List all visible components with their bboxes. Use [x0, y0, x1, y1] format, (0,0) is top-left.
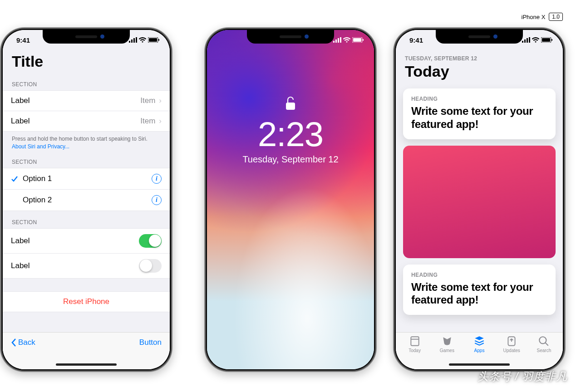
svg-point-18 [540, 337, 547, 343]
lock-date: Tuesday, September 12 [207, 154, 374, 165]
row-label: Label [11, 96, 30, 105]
battery-icon [148, 37, 160, 43]
reset-button[interactable]: Reset iPhone [3, 291, 170, 312]
card-text: Write some text for your featured app! [411, 281, 547, 307]
games-icon [441, 335, 453, 347]
toolbar-action-button[interactable]: Button [139, 338, 162, 347]
svg-rect-9 [524, 39, 526, 43]
toggle-switch-on[interactable] [139, 234, 162, 248]
svg-rect-10 [527, 38, 528, 43]
tab-label: Updates [503, 348, 520, 353]
svg-rect-14 [551, 39, 552, 41]
tab-search[interactable]: Search [528, 335, 560, 360]
device-name: iPhone X [522, 14, 546, 20]
svg-rect-3 [340, 37, 341, 43]
section-header-1: SECTION [3, 73, 170, 90]
info-icon[interactable]: i [152, 195, 162, 205]
today-icon [409, 335, 421, 347]
row-value: Item [140, 96, 155, 105]
notch [436, 30, 523, 44]
svg-rect-22 [133, 38, 135, 43]
svg-rect-23 [136, 37, 137, 43]
option-label: Option 1 [23, 174, 52, 183]
list-row[interactable]: Label Item › [3, 90, 170, 111]
chevron-left-icon [11, 338, 16, 347]
status-time: 9:41 [409, 36, 423, 44]
version-badge: 1.0 [549, 13, 563, 21]
svg-rect-21 [131, 39, 133, 43]
section-header-2: SECTION [3, 151, 170, 168]
home-indicator[interactable] [56, 363, 117, 366]
status-time: 9:41 [16, 36, 30, 44]
switch-row-2[interactable]: Label [3, 254, 170, 279]
battery-icon [352, 37, 364, 43]
wifi-icon [139, 37, 146, 43]
chevron-right-icon: › [159, 96, 162, 105]
svg-rect-20 [129, 41, 130, 43]
wifi-icon [343, 37, 350, 43]
svg-rect-5 [353, 38, 361, 42]
svg-rect-25 [149, 38, 157, 42]
row-label: Label [11, 261, 30, 270]
wifi-icon [532, 37, 539, 43]
tab-updates[interactable]: Updates [496, 335, 528, 360]
watermark-text: 头条号 / 羽度非凡 [478, 369, 567, 384]
search-icon [538, 335, 550, 347]
tab-label: Games [440, 348, 454, 353]
svg-line-19 [546, 343, 549, 346]
section-footer: Press and hold the home button to start … [3, 132, 170, 151]
card-text: Write some text for your featured app! [411, 105, 547, 131]
svg-rect-1 [335, 39, 337, 43]
switch-row-1[interactable]: Label [3, 228, 170, 254]
notch [43, 30, 130, 44]
today-date: TUESDAY, SEPTEMBER 12 [405, 55, 554, 62]
tab-games[interactable]: Games [431, 335, 463, 360]
apps-icon [473, 335, 485, 347]
tab-apps[interactable]: Apps [463, 335, 495, 360]
svg-rect-2 [338, 38, 339, 43]
phone-today-screen: 9:41 TUESDAY, SEPTEMBER 12 Today HEADING… [393, 27, 566, 372]
today-title: Today [405, 63, 554, 80]
featured-image[interactable] [403, 146, 556, 258]
tab-label: Search [537, 348, 551, 353]
home-indicator[interactable] [449, 363, 510, 366]
option-row-2[interactable]: Option 2 i [3, 190, 170, 211]
svg-rect-11 [529, 37, 530, 43]
chevron-right-icon: › [159, 117, 162, 126]
svg-rect-13 [542, 38, 550, 42]
toggle-switch-off[interactable] [139, 259, 162, 273]
card-heading: HEADING [411, 272, 547, 278]
back-button[interactable]: Back [11, 338, 35, 347]
updates-icon [506, 335, 517, 347]
device-version-tag: iPhone X 1.0 [522, 13, 563, 21]
row-value: Item [140, 117, 155, 126]
option-label: Option 2 [23, 196, 52, 205]
svg-rect-8 [522, 41, 523, 43]
featured-card-2[interactable]: HEADING Write some text for your feature… [403, 265, 556, 315]
siri-privacy-link[interactable]: About Siri and Privacy... [12, 143, 69, 150]
phone-lock-screen: 2:23 Tuesday, September 12 [204, 27, 377, 372]
lock-time: 2:23 [207, 117, 374, 152]
signal-icon [522, 37, 530, 43]
featured-card-1[interactable]: HEADING Write some text for your feature… [403, 88, 556, 139]
checkmark-icon [11, 175, 23, 182]
lock-wallpaper [207, 30, 374, 369]
section-header-3: SECTION [3, 211, 170, 228]
tab-label: Apps [474, 348, 485, 353]
list-row[interactable]: Label Item › [3, 111, 170, 132]
tab-label: Today [409, 348, 421, 353]
signal-icon [333, 37, 341, 43]
svg-rect-15 [411, 337, 419, 346]
info-icon[interactable]: i [152, 174, 162, 184]
unlock-icon [207, 96, 374, 111]
svg-rect-0 [333, 41, 335, 43]
option-row-1[interactable]: Option 1 i [3, 168, 170, 190]
tab-today[interactable]: Today [399, 335, 431, 360]
svg-rect-26 [158, 39, 159, 41]
svg-rect-6 [363, 39, 364, 41]
signal-icon [129, 37, 137, 43]
svg-rect-7 [286, 103, 295, 110]
card-heading: HEADING [411, 96, 547, 102]
row-label: Label [11, 117, 30, 126]
phone-settings-screen: 9:41 Title SECTION Label Item › Label [0, 27, 172, 372]
